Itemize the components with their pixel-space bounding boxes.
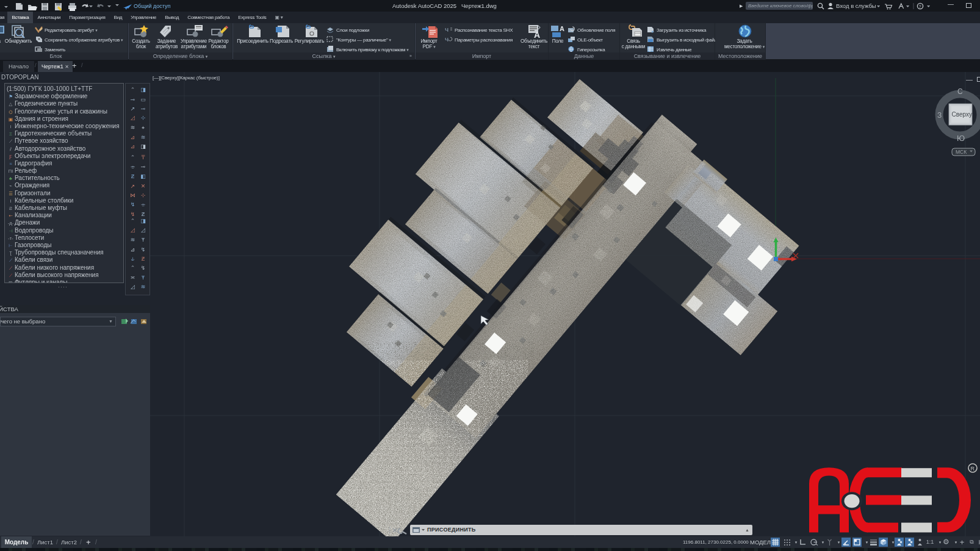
svg-text:Ю: Ю xyxy=(957,134,965,143)
svg-text:A: A xyxy=(534,30,540,39)
svg-text:МСК: МСК xyxy=(956,149,967,155)
svg-text:Ч: Ч xyxy=(445,37,449,43)
svg-text:A: A xyxy=(560,25,564,32)
svg-text:?: ? xyxy=(919,4,921,9)
svg-text:Ч: Ч xyxy=(445,27,449,33)
svg-text:С: С xyxy=(957,87,963,96)
svg-text:Сверху: Сверху xyxy=(952,111,972,118)
svg-text:З: З xyxy=(937,111,942,120)
svg-text:Вход в службы: Вход в службы xyxy=(836,2,876,9)
svg-text:R: R xyxy=(971,466,975,472)
